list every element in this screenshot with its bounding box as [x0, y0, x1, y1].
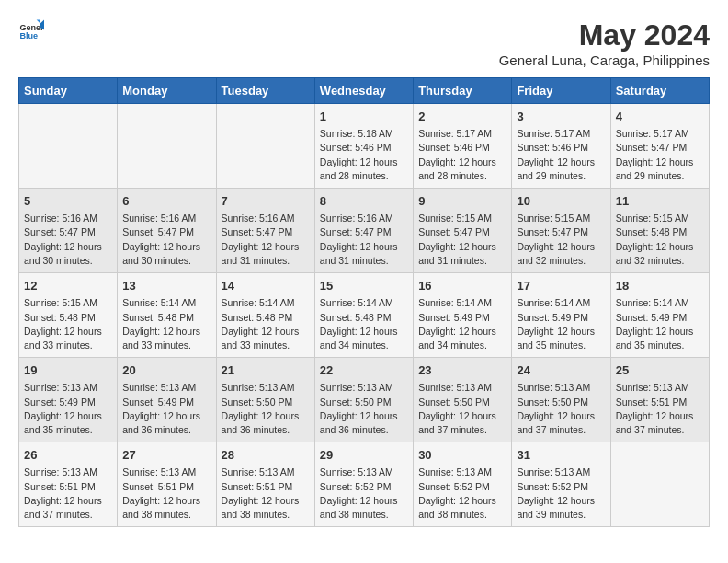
calendar-table: SundayMondayTuesdayWednesdayThursdayFrid…	[18, 77, 710, 527]
logo-icon: General Blue	[18, 18, 44, 44]
day-info: Sunrise: 5:13 AMSunset: 5:50 PMDaylight:…	[418, 381, 506, 437]
header: General Blue May 2024 General Luna, Cara…	[18, 18, 710, 68]
title-area: May 2024 General Luna, Caraga, Philippin…	[499, 18, 710, 68]
day-header-monday: Monday	[118, 78, 216, 104]
calendar-cell: 18Sunrise: 5:14 AMSunset: 5:49 PMDayligh…	[610, 273, 709, 358]
day-number: 26	[24, 447, 112, 464]
calendar-cell	[118, 104, 216, 189]
calendar-cell: 12Sunrise: 5:15 AMSunset: 5:48 PMDayligh…	[19, 273, 118, 358]
calendar-cell: 2Sunrise: 5:17 AMSunset: 5:46 PMDaylight…	[414, 104, 512, 189]
day-info: Sunrise: 5:15 AMSunset: 5:48 PMDaylight:…	[24, 296, 112, 352]
day-info: Sunrise: 5:16 AMSunset: 5:47 PMDaylight:…	[320, 212, 408, 268]
day-info: Sunrise: 5:17 AMSunset: 5:47 PMDaylight:…	[616, 127, 704, 183]
day-info: Sunrise: 5:17 AMSunset: 5:46 PMDaylight:…	[517, 127, 605, 183]
day-header-friday: Friday	[512, 78, 610, 104]
calendar-cell: 3Sunrise: 5:17 AMSunset: 5:46 PMDaylight…	[512, 104, 610, 189]
day-info: Sunrise: 5:13 AMSunset: 5:51 PMDaylight:…	[24, 465, 112, 522]
day-number: 18	[616, 278, 704, 294]
day-info: Sunrise: 5:14 AMSunset: 5:49 PMDaylight:…	[418, 296, 506, 352]
day-info: Sunrise: 5:14 AMSunset: 5:48 PMDaylight:…	[320, 296, 408, 352]
day-number: 16	[418, 278, 506, 294]
calendar-cell: 9Sunrise: 5:15 AMSunset: 5:47 PMDaylight…	[414, 189, 512, 273]
calendar-cell: 8Sunrise: 5:16 AMSunset: 5:47 PMDaylight…	[314, 189, 413, 273]
day-info: Sunrise: 5:13 AMSunset: 5:50 PMDaylight:…	[222, 381, 310, 437]
day-info: Sunrise: 5:13 AMSunset: 5:52 PMDaylight:…	[320, 465, 408, 522]
day-info: Sunrise: 5:13 AMSunset: 5:51 PMDaylight:…	[616, 381, 704, 437]
day-info: Sunrise: 5:16 AMSunset: 5:47 PMDaylight:…	[222, 212, 310, 268]
week-row-5: 26Sunrise: 5:13 AMSunset: 5:51 PMDayligh…	[19, 442, 710, 527]
calendar-cell: 29Sunrise: 5:13 AMSunset: 5:52 PMDayligh…	[314, 442, 413, 527]
day-number: 17	[517, 278, 605, 294]
day-info: Sunrise: 5:13 AMSunset: 5:50 PMDaylight:…	[320, 381, 408, 437]
day-info: Sunrise: 5:16 AMSunset: 5:47 PMDaylight:…	[122, 212, 210, 268]
calendar-cell: 21Sunrise: 5:13 AMSunset: 5:50 PMDayligh…	[216, 358, 314, 442]
day-header-sunday: Sunday	[19, 78, 118, 104]
day-info: Sunrise: 5:13 AMSunset: 5:49 PMDaylight:…	[24, 381, 112, 437]
day-number: 21	[222, 362, 310, 379]
calendar-cell: 13Sunrise: 5:14 AMSunset: 5:48 PMDayligh…	[118, 273, 216, 358]
day-info: Sunrise: 5:17 AMSunset: 5:46 PMDaylight:…	[418, 127, 506, 183]
calendar-cell: 14Sunrise: 5:14 AMSunset: 5:48 PMDayligh…	[216, 273, 314, 358]
day-number: 4	[616, 109, 704, 125]
calendar-cell: 25Sunrise: 5:13 AMSunset: 5:51 PMDayligh…	[610, 358, 709, 442]
calendar-cell: 30Sunrise: 5:13 AMSunset: 5:52 PMDayligh…	[414, 442, 512, 527]
day-number: 3	[517, 109, 605, 125]
calendar-cell: 24Sunrise: 5:13 AMSunset: 5:50 PMDayligh…	[512, 358, 610, 442]
day-number: 7	[222, 193, 310, 210]
day-header-saturday: Saturday	[610, 78, 709, 104]
week-row-2: 5Sunrise: 5:16 AMSunset: 5:47 PMDaylight…	[19, 189, 710, 273]
day-number: 30	[418, 447, 506, 464]
day-number: 23	[418, 362, 506, 379]
day-info: Sunrise: 5:13 AMSunset: 5:52 PMDaylight:…	[418, 465, 506, 522]
days-header-row: SundayMondayTuesdayWednesdayThursdayFrid…	[19, 78, 710, 104]
day-number: 22	[320, 362, 408, 379]
day-number: 20	[122, 362, 210, 379]
day-info: Sunrise: 5:14 AMSunset: 5:49 PMDaylight:…	[517, 296, 605, 352]
day-number: 2	[418, 109, 506, 125]
calendar-cell: 23Sunrise: 5:13 AMSunset: 5:50 PMDayligh…	[414, 358, 512, 442]
calendar-cell: 31Sunrise: 5:13 AMSunset: 5:52 PMDayligh…	[512, 442, 610, 527]
day-info: Sunrise: 5:15 AMSunset: 5:48 PMDaylight:…	[616, 212, 704, 268]
day-info: Sunrise: 5:13 AMSunset: 5:49 PMDaylight:…	[122, 381, 210, 437]
day-number: 1	[320, 109, 408, 125]
day-info: Sunrise: 5:16 AMSunset: 5:47 PMDaylight:…	[24, 212, 112, 268]
calendar-cell: 19Sunrise: 5:13 AMSunset: 5:49 PMDayligh…	[19, 358, 118, 442]
day-number: 12	[24, 278, 112, 294]
subtitle: General Luna, Caraga, Philippines	[499, 52, 710, 68]
day-number: 27	[122, 447, 210, 464]
calendar-cell: 10Sunrise: 5:15 AMSunset: 5:47 PMDayligh…	[512, 189, 610, 273]
calendar-cell: 27Sunrise: 5:13 AMSunset: 5:51 PMDayligh…	[118, 442, 216, 527]
calendar-cell: 15Sunrise: 5:14 AMSunset: 5:48 PMDayligh…	[314, 273, 413, 358]
calendar-cell: 11Sunrise: 5:15 AMSunset: 5:48 PMDayligh…	[610, 189, 709, 273]
day-number: 24	[517, 362, 605, 379]
day-number: 14	[222, 278, 310, 294]
day-info: Sunrise: 5:15 AMSunset: 5:47 PMDaylight:…	[418, 212, 506, 268]
svg-text:Blue: Blue	[19, 31, 38, 40]
day-header-tuesday: Tuesday	[216, 78, 314, 104]
calendar-cell: 1Sunrise: 5:18 AMSunset: 5:46 PMDaylight…	[314, 104, 413, 189]
day-number: 6	[122, 193, 210, 210]
calendar-cell: 26Sunrise: 5:13 AMSunset: 5:51 PMDayligh…	[19, 442, 118, 527]
calendar-cell: 5Sunrise: 5:16 AMSunset: 5:47 PMDaylight…	[19, 189, 118, 273]
day-number: 11	[616, 193, 704, 210]
day-info: Sunrise: 5:13 AMSunset: 5:51 PMDaylight:…	[222, 465, 310, 522]
day-info: Sunrise: 5:13 AMSunset: 5:52 PMDaylight:…	[517, 465, 605, 522]
day-number: 19	[24, 362, 112, 379]
day-info: Sunrise: 5:13 AMSunset: 5:50 PMDaylight:…	[517, 381, 605, 437]
calendar-cell: 16Sunrise: 5:14 AMSunset: 5:49 PMDayligh…	[414, 273, 512, 358]
calendar-cell: 7Sunrise: 5:16 AMSunset: 5:47 PMDaylight…	[216, 189, 314, 273]
day-info: Sunrise: 5:18 AMSunset: 5:46 PMDaylight:…	[320, 127, 408, 183]
main-title: May 2024	[499, 18, 710, 52]
day-number: 28	[222, 447, 310, 464]
day-info: Sunrise: 5:14 AMSunset: 5:48 PMDaylight:…	[122, 296, 210, 352]
calendar-cell: 17Sunrise: 5:14 AMSunset: 5:49 PMDayligh…	[512, 273, 610, 358]
calendar-cell: 28Sunrise: 5:13 AMSunset: 5:51 PMDayligh…	[216, 442, 314, 527]
day-number: 10	[517, 193, 605, 210]
day-number: 29	[320, 447, 408, 464]
calendar-cell	[610, 442, 709, 527]
week-row-1: 1Sunrise: 5:18 AMSunset: 5:46 PMDaylight…	[19, 104, 710, 189]
day-header-wednesday: Wednesday	[314, 78, 413, 104]
day-number: 25	[616, 362, 704, 379]
day-info: Sunrise: 5:13 AMSunset: 5:51 PMDaylight:…	[122, 465, 210, 522]
calendar-cell	[19, 104, 118, 189]
